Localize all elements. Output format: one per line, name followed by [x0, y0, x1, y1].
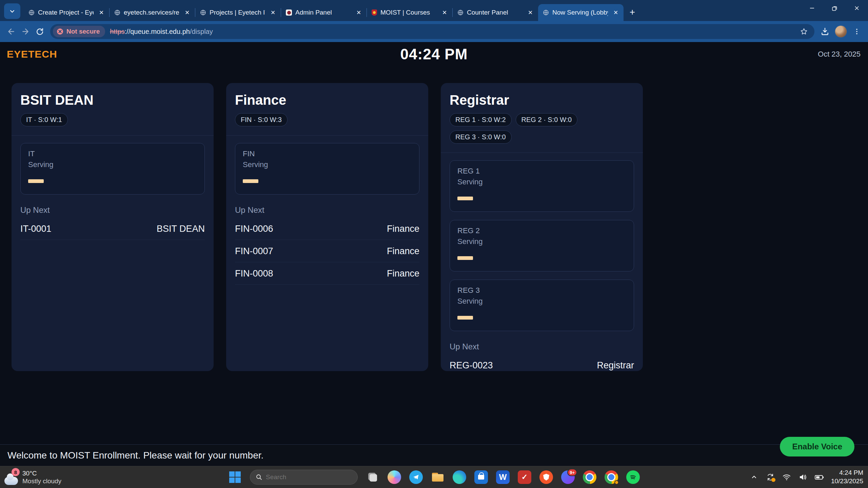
wifi-button[interactable]: [781, 471, 792, 483]
serving-number-placeholder: [457, 256, 473, 260]
address-bar[interactable]: Not secure https://queue.moist.edu.ph/di…: [50, 24, 814, 39]
globe-icon: [114, 9, 120, 16]
tab-close-icon[interactable]: ✕: [611, 8, 620, 17]
tab-close-icon[interactable]: ✕: [97, 8, 106, 17]
tab-admin-panel[interactable]: Admin Panel ✕: [281, 4, 367, 21]
tab-close-icon[interactable]: ✕: [269, 8, 277, 17]
tab-projects[interactable]: Projects | Eyetech IT Solut ✕: [195, 4, 281, 21]
star-icon: [800, 27, 808, 36]
store-app-button[interactable]: [474, 470, 488, 484]
card-title: Finance: [235, 93, 419, 108]
minimize-button[interactable]: [801, 0, 823, 16]
ticker-text: Welcome to MOIST Enrollment. Please wait…: [7, 450, 263, 461]
announcement-ticker: Welcome to MOIST Enrollment. Please wait…: [0, 444, 868, 466]
back-icon: [7, 27, 16, 36]
brave-icon: [539, 470, 553, 484]
now-serving-page: EYETECH 04:24 PM Oct 23, 2025 BSIT DEAN …: [0, 42, 868, 466]
hidden-icons-button[interactable]: [748, 471, 760, 483]
telegram-app-button[interactable]: [409, 470, 423, 484]
start-button[interactable]: [228, 470, 242, 484]
tab-close-icon[interactable]: ✕: [354, 8, 363, 17]
url-scheme: https: [110, 28, 124, 35]
serving-label: Serving: [457, 237, 626, 246]
up-next-row: REG-0023 Registrar: [450, 360, 634, 371]
battery-button[interactable]: [813, 471, 825, 483]
file-explorer-button[interactable]: [431, 470, 445, 484]
tab-eyetech-services[interactable]: eyetech.services/relink_st ✕: [110, 4, 195, 21]
search-input[interactable]: [266, 473, 344, 481]
bookmark-button[interactable]: [797, 24, 811, 39]
brave-app-button[interactable]: [539, 470, 553, 484]
reload-icon: [36, 27, 44, 36]
battery-icon: [814, 473, 824, 482]
tab-create-project[interactable]: Create Project - Eyetech A ✕: [24, 4, 109, 21]
badge-row: REG 1 · S:0 W:2 REG 2 · S:0 W:0 REG 3 · …: [450, 113, 634, 144]
divider: [12, 135, 214, 136]
serving-panel: FIN Serving: [235, 143, 419, 195]
queue-number: IT-0001: [20, 224, 52, 234]
divider: [441, 152, 643, 153]
queue-number: REG-0023: [450, 360, 493, 371]
edge-app-button[interactable]: [453, 470, 466, 484]
restore-button[interactable]: [823, 0, 846, 16]
counter-name: REG 3: [457, 286, 626, 295]
volume-button[interactable]: [797, 471, 809, 483]
checkmark-app-button[interactable]: ✓: [518, 470, 531, 484]
update-sync-button[interactable]: [765, 471, 776, 483]
current-date: Oct 23, 2025: [818, 50, 861, 59]
reload-button[interactable]: [33, 24, 47, 39]
close-icon: [854, 5, 860, 11]
status-dot-badge: [614, 480, 619, 485]
url-host: ://queue.moist.edu.ph: [125, 28, 190, 35]
security-chip[interactable]: Not secure: [53, 26, 105, 37]
serving-label: Serving: [28, 160, 197, 169]
seal-favicon-icon: [286, 9, 292, 16]
tab-label: Now Serving (Lobby): [552, 9, 608, 16]
weather-temp: 30°C: [22, 470, 61, 477]
taskbar-center: W ✓ 9+: [228, 470, 640, 485]
queue-department: Finance: [387, 268, 419, 279]
url-text: https://queue.moist.edu.ph/display: [110, 28, 797, 36]
window-controls: [801, 0, 868, 16]
weather-widget[interactable]: 8 30°C Mostly cloudy: [3, 469, 61, 485]
serving-number-placeholder: [28, 179, 44, 183]
enable-voice-button[interactable]: Enable Voice: [780, 437, 854, 456]
task-view-button[interactable]: [366, 470, 379, 484]
globe-icon: [28, 9, 35, 16]
browser-menu-button[interactable]: [850, 24, 864, 39]
tab-close-icon[interactable]: ✕: [183, 8, 192, 17]
three-dots-icon: [853, 28, 861, 35]
chrome-app-button[interactable]: [583, 470, 596, 484]
downloads-button[interactable]: [818, 24, 832, 39]
tab-moist-courses[interactable]: MOIST | Courses ✕: [367, 4, 452, 21]
tab-now-serving-active[interactable]: Now Serving (Lobby) ✕: [538, 4, 624, 21]
spotify-app-button[interactable]: [626, 470, 640, 484]
counter-stats-badge: FIN · S:0 W:3: [235, 113, 288, 126]
new-tab-button[interactable]: +: [626, 5, 639, 19]
tab-close-icon[interactable]: ✕: [526, 8, 535, 17]
chrome-profile2-app-button[interactable]: [605, 470, 618, 484]
profile-avatar[interactable]: [835, 25, 847, 38]
word-app-button[interactable]: W: [496, 470, 510, 484]
tab-label: Counter Panel: [467, 9, 522, 16]
forward-button[interactable]: [18, 24, 33, 39]
up-next-label: Up Next: [450, 342, 634, 351]
chat-app-button[interactable]: 9+: [561, 470, 575, 484]
badge-row: IT · S:0 W:1: [20, 113, 205, 126]
up-next-label: Up Next: [20, 205, 205, 215]
card-title: Registrar: [450, 93, 634, 108]
counter-name: FIN: [243, 149, 412, 158]
spotify-icon: [626, 470, 640, 484]
serving-number-placeholder: [457, 316, 473, 320]
copilot-app-button[interactable]: [388, 470, 401, 484]
tab-search-button[interactable]: [4, 3, 20, 19]
tab-counter-panel[interactable]: Counter Panel ✕: [453, 4, 538, 21]
forward-icon: [21, 27, 30, 36]
back-button[interactable]: [4, 24, 18, 39]
close-window-button[interactable]: [846, 0, 868, 16]
minimize-icon: [809, 5, 815, 11]
taskbar-search[interactable]: [250, 470, 358, 485]
tab-close-icon[interactable]: ✕: [440, 8, 449, 17]
browser-tab-strip: Create Project - Eyetech A ✕ eyetech.ser…: [0, 0, 868, 21]
taskbar-clock[interactable]: 4:24 PM 10/23/2025: [831, 469, 865, 485]
